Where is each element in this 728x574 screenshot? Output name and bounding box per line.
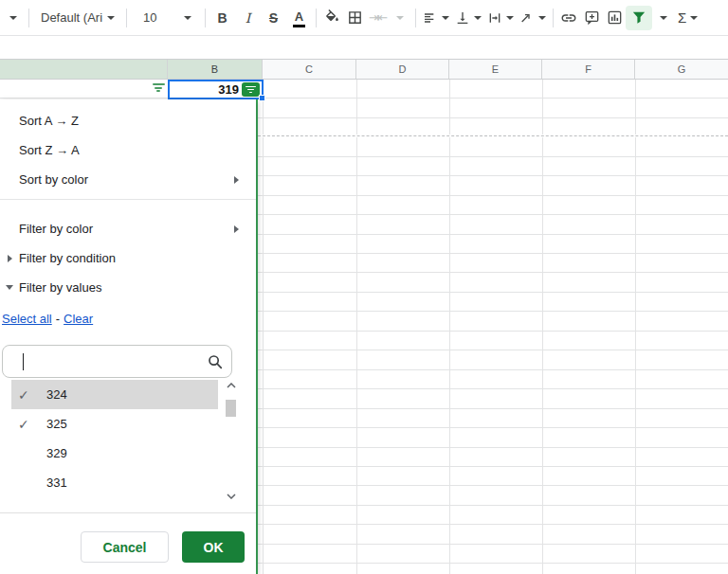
menu-item-sort-by-color[interactable]: Sort by color: [0, 165, 256, 194]
column-header-c[interactable]: C: [263, 60, 356, 79]
menu-item-label: Filter by condition: [19, 251, 116, 265]
chevron-down-icon: [474, 16, 482, 20]
font-family-selector[interactable]: Default (Ari…: [33, 6, 122, 30]
chevron-down-icon: [9, 16, 17, 20]
borders-button[interactable]: [343, 6, 366, 30]
fill-handle[interactable]: [259, 95, 265, 101]
column-b-filter-button[interactable]: [242, 82, 260, 97]
links-separator: -: [56, 312, 60, 326]
toolbar-overflow-caret-button[interactable]: [2, 6, 25, 30]
filter-range-border: [256, 99, 258, 574]
filter-value-row[interactable]: ✓ 324: [11, 380, 218, 409]
menu-item-filter-by-color[interactable]: Filter by color: [0, 214, 256, 243]
menu-item-filter-by-condition[interactable]: Filter by condition: [0, 243, 256, 273]
menu-item-filter-by-values[interactable]: Filter by values: [0, 273, 256, 302]
menu-item-label: Filter by values: [19, 280, 101, 295]
insert-link-button[interactable]: [557, 6, 580, 30]
toolbar-divider: [415, 9, 416, 27]
gridline: [356, 80, 357, 574]
horizontal-align-button[interactable]: [420, 6, 452, 30]
column-header-d[interactable]: D: [356, 60, 449, 79]
chevron-down-icon: [396, 16, 404, 20]
column-header-f[interactable]: F: [542, 60, 635, 79]
select-all-link[interactable]: Select all: [2, 312, 52, 326]
merge-cells-button: ⇥⇤: [366, 6, 389, 30]
menu-divider: [0, 512, 256, 513]
text-rotation-button[interactable]: [517, 6, 549, 30]
toolbar: Default (Ari… 10 B I S A ⇥⇤: [0, 0, 728, 36]
filter-caret-button[interactable]: [652, 6, 675, 30]
italic-button[interactable]: I: [235, 6, 261, 30]
filter-value-links: Select all - Clear: [0, 309, 256, 328]
menu-item-sort-za[interactable]: Sort Z → A: [0, 135, 256, 165]
column-header-a[interactable]: [0, 60, 168, 79]
active-cell-value: 319: [218, 82, 239, 97]
check-icon: ✓: [18, 387, 31, 403]
toolbar-divider: [205, 9, 206, 27]
filter-search-input[interactable]: [2, 345, 232, 378]
column-header-b[interactable]: B: [168, 60, 263, 79]
filter-value-row[interactable]: ✓ 325: [11, 409, 218, 439]
borders-grid-icon: [347, 9, 363, 26]
insert-comment-button[interactable]: [580, 6, 603, 30]
column-header-g[interactable]: G: [635, 60, 728, 79]
font-size-value: 10: [143, 10, 156, 25]
menu-item-sort-az[interactable]: Sort A → Z: [0, 106, 256, 135]
chevron-down-icon: [690, 16, 698, 20]
scroll-down-icon[interactable]: [224, 493, 238, 505]
column-header-e[interactable]: E: [449, 60, 542, 79]
toolbar-divider: [28, 9, 29, 27]
text-rotation-icon: [519, 10, 535, 26]
filter-funnel-icon: [631, 10, 646, 25]
check-icon: ✓: [18, 417, 31, 432]
funnel-bar: [249, 92, 252, 94]
merge-cells-caret-button: [389, 6, 411, 30]
text-wrap-button[interactable]: [484, 6, 517, 30]
scrollbar-thumb[interactable]: [226, 400, 236, 417]
filter-menu-buttons: Cancel OK: [0, 531, 256, 563]
search-icon: [208, 354, 223, 372]
expand-down-icon: [6, 285, 13, 290]
column-headers: B C D E F G: [0, 59, 728, 80]
funnel-bar: [156, 90, 160, 92]
menu-item-label: Sort Z → A: [19, 143, 80, 157]
merge-cells-icon: ⇥⇤: [369, 10, 386, 25]
font-size-selector[interactable]: 10: [131, 6, 201, 30]
ok-button[interactable]: OK: [182, 531, 245, 563]
fill-color-button[interactable]: [320, 6, 343, 30]
cancel-button[interactable]: Cancel: [81, 531, 169, 563]
filter-value-label: 331: [46, 475, 67, 490]
clear-link[interactable]: Clear: [64, 312, 93, 326]
column-a-filter-icon[interactable]: [151, 83, 166, 96]
filter-value-row[interactable]: 331: [11, 468, 218, 497]
chevron-down-icon: [442, 16, 449, 20]
menu-item-label: Filter by color: [19, 222, 93, 236]
list-scrollbar[interactable]: [224, 381, 238, 507]
text-color-swatch: [293, 25, 305, 27]
toolbar-divider: [126, 9, 127, 27]
link-icon: [560, 9, 577, 27]
funnel-bar: [153, 83, 165, 85]
insert-chart-button[interactable]: [603, 6, 626, 30]
scroll-up-icon[interactable]: [224, 383, 238, 394]
vertical-align-button[interactable]: [452, 6, 484, 30]
gridline: [542, 80, 543, 574]
filter-values-list: ✓ 324 ✓ 325 329 331: [0, 380, 256, 501]
submenu-arrow-icon: [234, 225, 239, 233]
menu-item-label: Sort A → Z: [19, 114, 79, 128]
active-cell[interactable]: 319: [168, 80, 264, 99]
strikethrough-button[interactable]: S: [261, 6, 286, 30]
gridline: [263, 80, 264, 574]
gridline: [449, 80, 450, 574]
functions-button[interactable]: Σ: [675, 6, 701, 30]
funnel-bar: [246, 86, 256, 88]
text-color-button[interactable]: A: [286, 6, 312, 30]
filter-value-label: 325: [46, 417, 67, 431]
create-filter-button[interactable]: [626, 6, 652, 30]
bold-button[interactable]: B: [209, 6, 235, 30]
filter-value-row[interactable]: 329: [11, 439, 218, 468]
toolbar-divider: [553, 9, 554, 27]
menu-divider: [0, 199, 256, 200]
gridline: [635, 80, 636, 574]
text-wrap-icon: [487, 10, 502, 26]
